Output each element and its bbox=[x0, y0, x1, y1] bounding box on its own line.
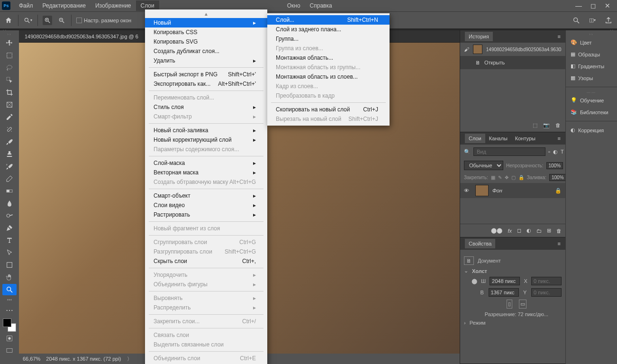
screenmode-icon[interactable] bbox=[2, 345, 17, 356]
adjustment-icon[interactable]: ◐ bbox=[526, 228, 531, 234]
menu-new[interactable]: Новый bbox=[145, 18, 267, 27]
mask-icon[interactable]: ◻ bbox=[517, 228, 521, 234]
menu-lock-layers[interactable]: Закрепить слои...Ctrl+/ bbox=[145, 317, 267, 326]
zoom-in-icon[interactable] bbox=[43, 16, 52, 25]
menu-link-layers[interactable]: Связать слои bbox=[145, 330, 267, 340]
swatches-panel-button[interactable]: ▦Образцы bbox=[566, 48, 617, 60]
history-snapshot[interactable]: 🖌149080294658dbd9025063a4.96305347.jpg bbox=[460, 43, 565, 56]
menu-layer-mask[interactable]: Слой-маска bbox=[145, 158, 267, 168]
menu-ungroup-layers[interactable]: Разгруппировать слоиShift+Ctrl+G bbox=[145, 247, 267, 256]
menu-align[interactable]: Выровнять bbox=[145, 293, 267, 303]
path-select-tool[interactable] bbox=[2, 247, 17, 258]
menu-new-fill-layer[interactable]: Новый слой-заливка bbox=[145, 126, 267, 135]
submenu-artboard[interactable]: Монтажная область... bbox=[267, 53, 390, 63]
menu-help[interactable]: Справка bbox=[305, 0, 337, 11]
menu-content-options[interactable]: Параметры содержимого слоя... bbox=[145, 145, 267, 154]
gradient-tool[interactable] bbox=[2, 185, 17, 197]
healing-tool[interactable] bbox=[2, 124, 17, 135]
menu-select-linked[interactable]: Выделить связанные слои bbox=[145, 340, 267, 349]
frame-tool[interactable] bbox=[2, 99, 17, 110]
menu-image[interactable]: Изображение bbox=[91, 0, 136, 11]
trash-icon[interactable]: 🗑 bbox=[555, 122, 561, 128]
filter-type-icon[interactable]: T bbox=[561, 149, 564, 155]
lock-position-icon[interactable]: ✥ bbox=[505, 175, 508, 180]
brush-tool[interactable] bbox=[2, 136, 17, 147]
paths-tab[interactable]: Контуры bbox=[511, 134, 539, 143]
marquee-tool[interactable] bbox=[2, 50, 17, 61]
menu-smart-object[interactable]: Смарт-объект bbox=[145, 191, 267, 200]
close-icon[interactable]: ✕ bbox=[605, 2, 610, 9]
adjustments-panel-button[interactable]: ◐Коррекция bbox=[566, 124, 617, 136]
menu-new-adj-layer[interactable]: Новый корректирующий слой bbox=[145, 135, 267, 145]
new-snapshot-icon[interactable]: ⬚ bbox=[533, 122, 537, 128]
submenu-artboard-group[interactable]: Монтажная область из группы... bbox=[267, 63, 390, 72]
submenu-frame[interactable]: Кадр из слоев... bbox=[267, 82, 390, 91]
zoom-dropdown-icon[interactable]: ▾ bbox=[23, 16, 33, 25]
portrait-icon[interactable]: ▯ bbox=[507, 300, 512, 309]
maximize-icon[interactable]: ◻ bbox=[590, 2, 596, 9]
eraser-tool[interactable] bbox=[2, 173, 17, 184]
filter-adjust-icon[interactable]: ◐ bbox=[553, 149, 558, 155]
minimize-icon[interactable]: — bbox=[575, 2, 582, 9]
quick-select-tool[interactable] bbox=[2, 74, 17, 86]
collapse-icon[interactable]: ›› bbox=[566, 32, 617, 36]
visibility-icon[interactable]: 👁 bbox=[464, 188, 472, 193]
type-tool[interactable] bbox=[2, 235, 17, 246]
menu-merge-layers[interactable]: Объединить слоиCtrl+E bbox=[145, 354, 267, 363]
blend-mode-select[interactable]: Обычные bbox=[464, 161, 503, 170]
libraries-panel-button[interactable]: 📚Библиотеки bbox=[566, 106, 617, 118]
home-icon[interactable] bbox=[4, 16, 13, 25]
menu-quick-export-png[interactable]: Быстрый экспорт в PNGShift+Ctrl+' bbox=[145, 70, 267, 79]
menu-layer-style[interactable]: Стиль слоя bbox=[145, 102, 267, 112]
submenu-cut-new[interactable]: Вырезать на новый слойShift+Ctrl+J bbox=[267, 114, 390, 124]
menu-window[interactable]: Окно bbox=[282, 0, 305, 11]
history-tab[interactable]: История bbox=[465, 32, 493, 41]
lock-all-icon[interactable]: 🔒 bbox=[518, 175, 524, 180]
link-dims-icon[interactable]: ⬤ bbox=[472, 278, 477, 284]
panel-menu-icon[interactable]: ≡ bbox=[558, 34, 561, 39]
hand-tool[interactable] bbox=[2, 272, 17, 283]
status-menu-icon[interactable]: 〉 bbox=[127, 355, 132, 363]
x-input[interactable] bbox=[531, 277, 562, 285]
menu-vector-mask[interactable]: Векторная маска bbox=[145, 168, 267, 177]
zoom-level[interactable]: 66,67% bbox=[23, 356, 40, 362]
menu-hide-layers[interactable]: Скрыть слоиCtrl+, bbox=[145, 256, 267, 266]
eyedropper-tool[interactable] bbox=[2, 111, 17, 123]
menu-group-layers[interactable]: Сгруппировать слоиCtrl+G bbox=[145, 237, 267, 247]
menu-distribute[interactable]: Распределить bbox=[145, 303, 267, 312]
history-step-open[interactable]: 🗎Открыть bbox=[460, 56, 565, 69]
submenu-layer[interactable]: Слой...Shift+Ctrl+N bbox=[267, 15, 390, 25]
edit-toolbar-icon[interactable]: ⋯ bbox=[2, 304, 17, 316]
color-panel-button[interactable]: 🎨Цвет bbox=[566, 36, 617, 48]
properties-tab[interactable]: Свойства bbox=[465, 239, 495, 248]
zoom-tool[interactable] bbox=[2, 284, 17, 295]
menu-rasterize[interactable]: Растрировать bbox=[145, 210, 267, 219]
search-icon[interactable] bbox=[572, 16, 581, 25]
history-brush-tool[interactable] bbox=[2, 161, 17, 172]
layers-tab[interactable]: Слои bbox=[465, 134, 485, 143]
submenu-group[interactable]: Группа... bbox=[267, 34, 390, 44]
layer-filter-input[interactable] bbox=[473, 147, 545, 156]
y-input[interactable] bbox=[531, 288, 562, 297]
lock-pixels-icon[interactable]: ▦ bbox=[491, 175, 495, 180]
menu-rename[interactable]: Переименовать слой... bbox=[145, 93, 267, 102]
workspace-switcher-icon[interactable]: ◫ ▾ bbox=[588, 16, 597, 25]
submenu-copy-new[interactable]: Скопировать на новый слойCtrl+J bbox=[267, 105, 390, 114]
learn-panel-button[interactable]: 💡Обучение bbox=[566, 94, 617, 106]
resize-windows-checkbox[interactable] bbox=[76, 18, 82, 23]
filter-image-icon[interactable]: ▫ bbox=[548, 149, 550, 155]
channels-tab[interactable]: Каналы bbox=[485, 134, 511, 143]
canvas-section-toggle[interactable]: ⌄Холст bbox=[464, 268, 562, 274]
stamp-tool[interactable] bbox=[2, 148, 17, 160]
submenu-to-frame[interactable]: Преобразовать в кадр bbox=[267, 91, 390, 100]
gradients-panel-button[interactable]: ◧Градиенты bbox=[566, 60, 617, 72]
shape-tool[interactable] bbox=[2, 259, 17, 271]
opacity-input[interactable]: 100% bbox=[546, 162, 563, 169]
submenu-group-from[interactable]: Группа из слоев... bbox=[267, 44, 390, 53]
move-tool[interactable] bbox=[2, 37, 17, 49]
toolbar-collapse-icon[interactable]: ›› bbox=[0, 32, 19, 36]
color-swatches[interactable] bbox=[3, 318, 16, 332]
group-icon[interactable]: 🗀 bbox=[536, 228, 542, 234]
menu-export-as[interactable]: Экспортировать как...Alt+Shift+Ctrl+' bbox=[145, 79, 267, 89]
menu-delete[interactable]: Удалить bbox=[145, 56, 267, 65]
